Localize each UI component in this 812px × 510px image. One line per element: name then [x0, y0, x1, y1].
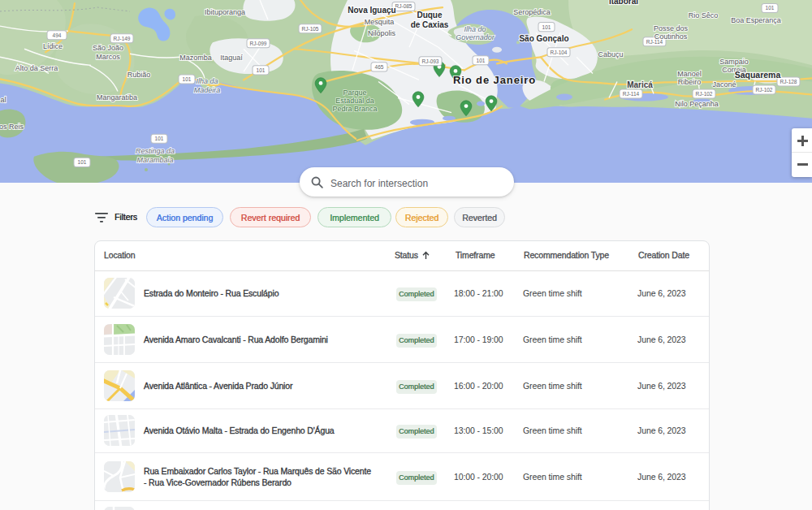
svg-text:Rio de Janeiro: Rio de Janeiro: [453, 74, 536, 86]
svg-text:Lídice: Lídice: [43, 42, 63, 50]
svg-text:Seropédica: Seropédica: [513, 8, 551, 16]
svg-text:Ilha da: Ilha da: [196, 77, 218, 85]
svg-text:Marcos: Marcos: [96, 53, 120, 61]
svg-text:Governador: Governador: [456, 33, 495, 41]
svg-text:Boa Esperança: Boa Esperança: [731, 16, 781, 24]
svg-text:RJ-102: RJ-102: [696, 91, 713, 97]
svg-text:Itaboraí: Itaboraí: [609, 0, 639, 6]
svg-text:101: 101: [477, 58, 486, 63]
svg-text:Rio Sêco: Rio Sêco: [689, 11, 719, 19]
svg-text:101: 101: [155, 136, 164, 141]
svg-text:RJ-099: RJ-099: [250, 41, 267, 46]
svg-text:465: 465: [375, 64, 384, 70]
svg-text:Nova Iguaçu: Nova Iguaçu: [348, 6, 395, 15]
svg-text:Madeira: Madeira: [194, 85, 221, 93]
svg-text:Pedra Branca: Pedra Branca: [332, 105, 378, 113]
svg-text:São João: São João: [93, 44, 123, 52]
svg-text:Rubião: Rubião: [127, 71, 151, 79]
svg-text:de Caxias: de Caxias: [411, 20, 449, 29]
svg-text:Coutinhos: Coutinhos: [654, 32, 688, 41]
svg-text:Cabuçu: Cabuçu: [598, 50, 623, 58]
svg-text:os Reis: os Reis: [0, 123, 24, 131]
svg-text:Manoel: Manoel: [677, 70, 702, 78]
svg-text:RJ-149: RJ-149: [114, 36, 131, 41]
svg-text:RJ-114: RJ-114: [623, 91, 640, 97]
svg-text:494: 494: [53, 32, 62, 38]
svg-text:RJ-093: RJ-093: [422, 58, 439, 64]
svg-text:Restinga da: Restinga da: [136, 147, 175, 155]
svg-text:101: 101: [78, 159, 87, 165]
svg-text:São Gonçalo: São Gonçalo: [519, 34, 568, 43]
svg-text:Posse dos: Posse dos: [654, 24, 688, 32]
svg-text:Marambaia: Marambaia: [136, 156, 173, 164]
svg-text:Nilo Peçanha: Nilo Peçanha: [675, 100, 719, 108]
svg-text:Saquarema: Saquarema: [735, 70, 781, 80]
svg-text:Estadual da: Estadual da: [335, 97, 374, 105]
svg-text:RJ-128: RJ-128: [780, 79, 797, 84]
svg-text:RJ-085: RJ-085: [395, 3, 412, 9]
svg-text:Nilópolis: Nilópolis: [368, 29, 395, 37]
svg-text:101: 101: [542, 24, 551, 30]
svg-text:Itaguaí: Itaguaí: [220, 54, 243, 62]
svg-text:RJ-104: RJ-104: [551, 50, 568, 55]
svg-text:RJ-102: RJ-102: [756, 87, 773, 93]
svg-text:Alto da Serra: Alto da Serra: [15, 64, 58, 72]
svg-text:Jaconé: Jaconé: [712, 80, 736, 89]
svg-text:101: 101: [766, 5, 775, 11]
svg-text:Mazomba: Mazomba: [179, 54, 212, 62]
svg-text:Ibituporanga: Ibituporanga: [205, 8, 246, 16]
svg-text:Ilha do: Ilha do: [464, 25, 486, 33]
svg-text:Mangaratiba: Mangaratiba: [97, 93, 138, 102]
svg-text:Parque: Parque: [343, 89, 366, 97]
svg-text:Duque: Duque: [417, 11, 443, 19]
svg-text:al: al: [0, 96, 6, 104]
svg-text:101: 101: [183, 76, 192, 82]
svg-text:Ribeiro: Ribeiro: [678, 78, 701, 86]
svg-text:Maricá: Maricá: [627, 80, 653, 89]
svg-text:101: 101: [257, 67, 266, 73]
svg-text:Sampaio: Sampaio: [719, 58, 749, 66]
svg-text:Mesquita: Mesquita: [365, 18, 395, 26]
svg-text:RJ-105: RJ-105: [302, 26, 319, 32]
